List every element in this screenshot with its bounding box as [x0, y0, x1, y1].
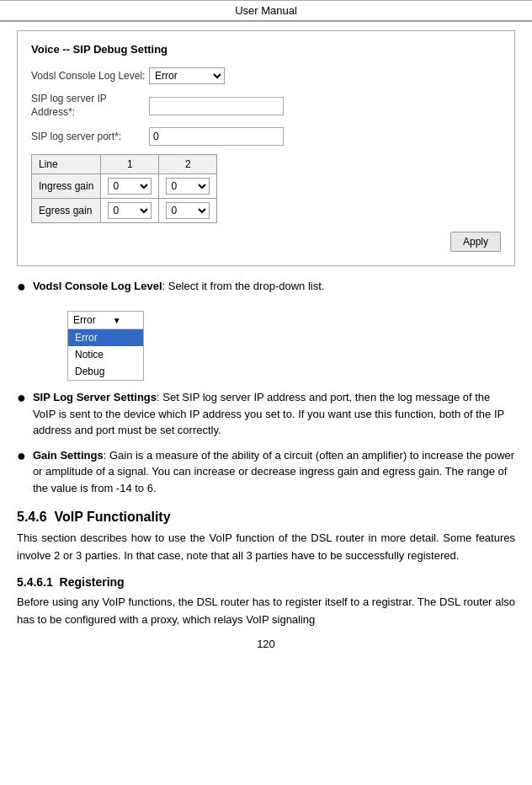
section-5461-heading: 5.4.6.1 Registering — [17, 575, 515, 589]
ingress-gain-row: Ingress gain 0 0 — [32, 174, 217, 199]
ingress-gain-col2: 0 — [159, 174, 217, 199]
section-546-number: 5.4.6 — [17, 510, 47, 524]
gain-table-header-line: Line — [32, 155, 101, 174]
page-header: User Manual — [0, 1, 532, 21]
console-log-level-select[interactable]: Error Notice Debug — [149, 67, 225, 84]
bullet-dot-vodsl: ● — [17, 276, 26, 297]
bullet-bold-gain: Gain Settings — [33, 449, 104, 462]
page-number: 120 — [17, 638, 515, 650]
sip-log-server-ip-input[interactable] — [149, 97, 284, 115]
bullet-dot-sip-log: ● — [17, 387, 26, 409]
section-5461-body: Before using any VoIP functions, the DSL… — [17, 594, 515, 629]
sip-log-server-port-input[interactable] — [149, 127, 284, 146]
section-546-title: VoIP Functionality — [54, 510, 170, 524]
dropdown-selected-value: Error — [73, 314, 96, 326]
bullet-rest-vodsl: : Select it from the drop-down list. — [162, 280, 325, 292]
sip-debug-title: Voice -- SIP Debug Setting — [31, 43, 501, 56]
apply-row: Apply — [31, 232, 501, 252]
bullet-dot-gain: ● — [17, 446, 26, 467]
ingress-gain-col1: 0 — [101, 174, 159, 199]
section-546-body: This section describes how to use the Vo… — [17, 530, 515, 565]
sip-log-server-port-row: SIP log server port*: — [31, 127, 501, 146]
dropdown-demo: Error ▼ Error Notice Debug — [67, 311, 144, 381]
bullet-sip-log: ● SIP Log Server Settings: Set SIP log s… — [17, 389, 515, 439]
dropdown-item-error[interactable]: Error — [68, 329, 143, 346]
ingress-gain-label: Ingress gain — [32, 174, 101, 199]
ingress-gain-select-1[interactable]: 0 — [108, 178, 152, 195]
apply-button[interactable]: Apply — [450, 232, 501, 252]
egress-gain-col2: 0 — [159, 199, 217, 223]
bullet-vodsl: ● Vodsl Console Log Level: Select it fro… — [17, 278, 515, 297]
sip-log-server-port-label: SIP log server port*: — [31, 131, 149, 142]
bullet-gain: ● Gain Settings: Gain is a measure of th… — [17, 447, 515, 497]
console-log-level-row: Vodsl Console Log Level: Error Notice De… — [31, 67, 501, 84]
sip-log-server-ip-label: SIP log server IPAddress*: — [31, 93, 149, 119]
gain-table-header-1: 1 — [101, 155, 159, 174]
egress-gain-label: Egress gain — [32, 199, 101, 223]
section-5461-title: Registering — [60, 575, 125, 589]
sip-debug-box: Voice -- SIP Debug Setting Vodsl Console… — [17, 30, 515, 266]
dropdown-item-notice[interactable]: Notice — [68, 346, 143, 363]
egress-gain-select-1[interactable]: 0 — [108, 202, 152, 219]
section-546-heading: 5.4.6 VoIP Functionality — [17, 510, 515, 525]
bullet-bold-sip-log: SIP Log Server Settings — [33, 391, 157, 403]
bullet-rest-gain: : Gain is a measure of the ability of a … — [33, 449, 514, 494]
section-5461-number: 5.4.6.1 — [17, 575, 53, 589]
dropdown-arrow-icon: ▼ — [113, 316, 121, 325]
egress-gain-select-2[interactable]: 0 — [166, 202, 210, 219]
bullet-text-gain: Gain Settings: Gain is a measure of the … — [33, 447, 515, 497]
console-log-level-label: Vodsl Console Log Level: — [31, 70, 149, 82]
egress-gain-col1: 0 — [101, 199, 159, 223]
egress-gain-row: Egress gain 0 0 — [32, 199, 217, 223]
gain-table: Line 1 2 Ingress gain 0 0 — [31, 154, 217, 223]
bullet-bold-vodsl: Vodsl Console Log Level — [33, 280, 162, 292]
ingress-gain-select-2[interactable]: 0 — [166, 178, 210, 195]
bullet-text-vodsl: Vodsl Console Log Level: Select it from … — [33, 278, 515, 295]
dropdown-header[interactable]: Error ▼ — [68, 312, 143, 329]
dropdown-item-debug[interactable]: Debug — [68, 363, 143, 380]
bullet-text-sip-log: SIP Log Server Settings: Set SIP log ser… — [33, 389, 515, 439]
sip-log-server-ip-row: SIP log server IPAddress*: — [31, 93, 501, 119]
page-title: User Manual — [235, 4, 297, 17]
gain-table-header-2: 2 — [159, 155, 217, 174]
gain-table-container: Line 1 2 Ingress gain 0 0 — [31, 154, 501, 223]
